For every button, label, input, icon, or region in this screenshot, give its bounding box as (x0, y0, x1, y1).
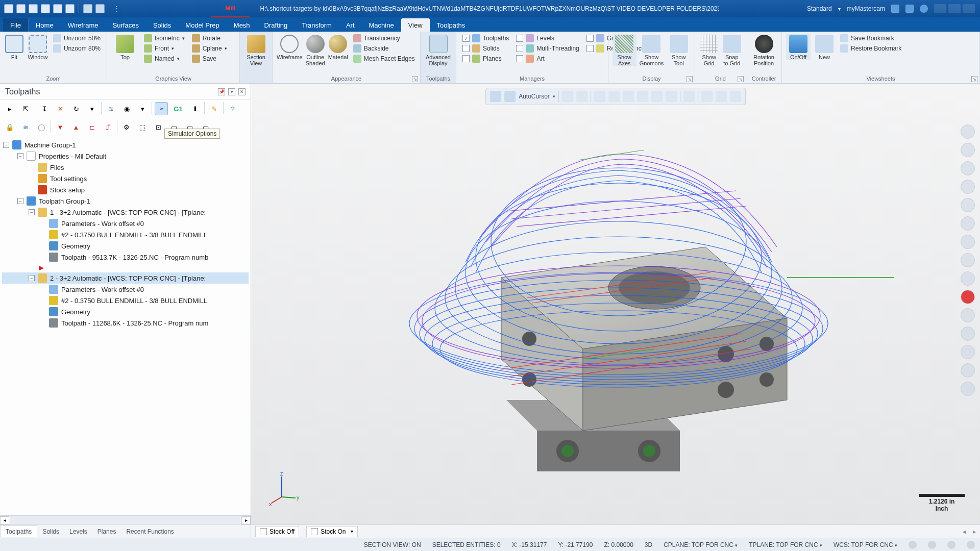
vr-eye-icon[interactable] (961, 180, 975, 194)
status-i4-icon[interactable] (967, 541, 975, 549)
sheet-left-icon[interactable]: ◂ (963, 528, 966, 535)
snapgrid-button[interactable]: Snap to Grid (722, 34, 742, 66)
cloud-icon[interactable] (891, 5, 899, 13)
viewsheets-launcher[interactable]: ↘ (971, 76, 977, 82)
grid-launcher[interactable]: ↘ (738, 76, 744, 82)
sel-undo-icon[interactable] (701, 91, 713, 102)
mgr-multi[interactable]: Multi-Threading (514, 44, 581, 53)
paneltab-solids[interactable]: Solids (37, 526, 64, 537)
tree-op1-params[interactable]: Parameters - Work offset #0 (61, 220, 144, 228)
paneltab-planes[interactable]: Planes (92, 526, 121, 537)
vr-b6-icon[interactable] (961, 327, 975, 341)
tb-expand-icon[interactable]: ⇵ (101, 120, 114, 134)
tree-tpgroup[interactable]: Toolpath Group-1 (39, 197, 90, 205)
vr-refresh-icon[interactable] (961, 382, 975, 396)
autocursor-label[interactable]: AutoCursor (519, 93, 550, 100)
mgr-toolpaths[interactable]: ✓Toolpaths (460, 34, 511, 43)
panel-hscroll[interactable]: ◂ ▸ (0, 515, 251, 524)
paneltab-levels[interactable]: Levels (64, 526, 92, 537)
tb-help-icon[interactable]: ? (226, 102, 239, 115)
mgr-solids[interactable]: Solids (460, 44, 511, 53)
paneltab-recent[interactable]: Recent Functions (121, 526, 179, 537)
unzoom80-button[interactable]: Unzoom 80% (51, 44, 103, 53)
showgrid-button[interactable]: Show Grid (699, 34, 719, 66)
status-i3-icon[interactable] (947, 541, 955, 549)
rotpos-button[interactable]: Rotation Position (750, 34, 777, 66)
tb-insert-icon[interactable]: ↧ (38, 102, 51, 115)
status-tplane[interactable]: TPLANE: TOP FOR CNC ▾ (749, 541, 822, 548)
tree-files[interactable]: Files (50, 164, 64, 171)
tab-toolpaths[interactable]: Toolpaths (430, 18, 473, 32)
new-icon[interactable] (4, 4, 13, 13)
tab-view[interactable]: View (401, 18, 430, 32)
fit-button[interactable]: Fit (4, 34, 24, 60)
tb-ghost-icon[interactable]: ◯ (35, 120, 48, 134)
tb-display-icon[interactable]: ≋ (19, 120, 32, 134)
tb-up-icon[interactable]: ▲ (69, 120, 83, 134)
translucency-button[interactable]: Translucency (351, 34, 417, 43)
vr-b2-icon[interactable] (961, 235, 975, 249)
tree-op2-params[interactable]: Parameters - Work offset #0 (61, 286, 144, 293)
tab-mesh[interactable]: Mesh (227, 18, 257, 32)
tb-selectall-icon[interactable]: ⇱ (19, 102, 32, 115)
cplane-button[interactable]: Cplane▾ (190, 44, 229, 53)
tb-lock-icon[interactable]: 🔒 (3, 120, 16, 134)
redo-icon[interactable] (95, 4, 105, 13)
restorebookmark-button[interactable]: Restore Bookmark (838, 44, 903, 53)
stockoff-tab[interactable]: Stock Off (255, 526, 299, 537)
vr-b4-icon[interactable] (961, 271, 975, 286)
tree-machine-group[interactable]: Machine Group-1 (24, 141, 76, 149)
paneltab-toolpaths[interactable]: Toolpaths (0, 525, 37, 537)
named-button[interactable]: Named▾ (142, 54, 187, 63)
backside-button[interactable]: Backside (351, 44, 417, 53)
tree-properties[interactable]: Properties - Mil Default (39, 153, 106, 160)
vr-plus-icon[interactable] (961, 124, 975, 139)
top-button[interactable]: Top (111, 34, 139, 60)
tree-op1-tool[interactable]: #2 - 0.3750 BULL ENDMILL - 3/8 BULL ENDM… (61, 231, 207, 239)
tab-home[interactable]: Home (29, 18, 61, 32)
tab-solids[interactable]: Solids (146, 18, 178, 32)
tb-select-icon[interactable]: ▸ (3, 102, 16, 115)
tb-regenmenu-icon[interactable]: ▾ (85, 102, 99, 115)
tree-op1-nc[interactable]: Toolpath - 9513.7K - 1326-25.NC - Progra… (61, 254, 208, 261)
tb-simulator-icon[interactable]: ≈ (155, 102, 168, 115)
display-launcher[interactable]: ↘ (687, 76, 693, 82)
open-icon[interactable] (29, 4, 38, 13)
blank-icon[interactable] (53, 4, 62, 13)
tab-art[interactable]: Art (339, 18, 362, 32)
vr-target-icon[interactable] (961, 161, 975, 176)
account-label[interactable]: myMastercam (847, 5, 885, 12)
scroll-right-icon[interactable]: ▸ (241, 516, 251, 524)
sel-end-icon[interactable] (730, 91, 741, 102)
panel-dropdown-icon[interactable]: ▾ (228, 88, 235, 95)
tab-file[interactable]: File (3, 18, 29, 32)
tab-surfaces[interactable]: Surfaces (106, 18, 146, 32)
sel-b2-icon[interactable] (594, 91, 605, 102)
undo-icon[interactable] (83, 4, 92, 13)
tb-edit-icon[interactable]: ✎ (207, 102, 220, 115)
vr-b3-icon[interactable] (961, 253, 975, 267)
vs-new-button[interactable]: New (814, 34, 835, 60)
sel-b6-icon[interactable] (651, 91, 663, 102)
tree-op2-nc[interactable]: Toolpath - 11268.6K - 1326-25.NC - Progr… (61, 319, 208, 327)
tb-regen-icon[interactable]: ↻ (69, 102, 83, 115)
vr-b5-icon[interactable] (961, 308, 975, 322)
tree-op2-geom[interactable]: Geometry (61, 308, 90, 316)
operations-tree[interactable]: −Machine Group-1 −Properties - Mil Defau… (0, 136, 251, 515)
tab-modelprep[interactable]: Model Prep (178, 18, 226, 32)
tree-op1-geom[interactable]: Geometry (61, 242, 90, 250)
sel-axis-icon[interactable] (562, 91, 573, 102)
scroll-left-icon[interactable]: ◂ (0, 516, 9, 524)
tab-transform[interactable]: Transform (295, 18, 339, 32)
vr-gear-icon[interactable] (961, 363, 975, 378)
sel-b3-icon[interactable] (608, 91, 620, 102)
unzoom50-button[interactable]: Unzoom 50% (51, 34, 103, 43)
vr-cube-icon[interactable] (961, 198, 975, 212)
showaxes-button[interactable]: Show Axes (612, 34, 636, 66)
tb-options-icon[interactable]: ⬚ (136, 120, 149, 134)
vr-close-icon[interactable] (961, 143, 975, 157)
mgr-art[interactable]: Art (514, 54, 581, 63)
tree-toolsettings[interactable]: Tool settings (50, 175, 87, 183)
tb-filter-icon[interactable]: ⚙ (120, 120, 133, 134)
globe-icon[interactable] (905, 5, 914, 13)
